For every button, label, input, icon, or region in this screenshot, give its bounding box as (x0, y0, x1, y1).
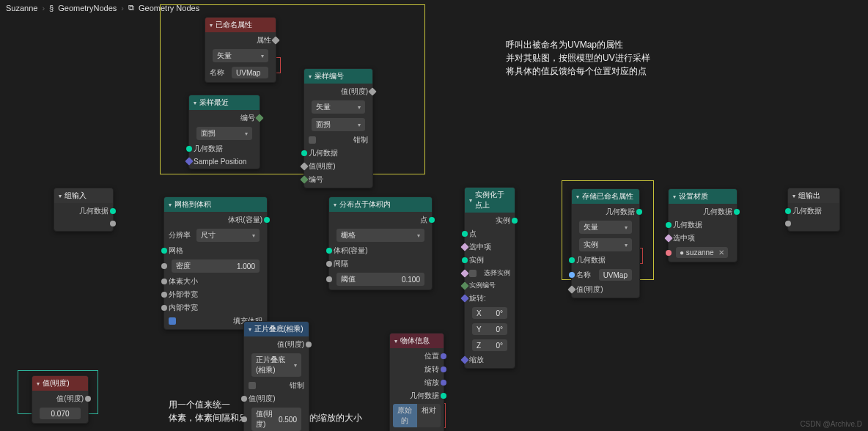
annotation-top: 呼叫出被命名为UVMap的属性 并对其贴图，按照模型的UV进行采样 将具体的值反… (506, 38, 650, 78)
socket-int[interactable] (161, 305, 167, 311)
socket-geometry[interactable] (441, 393, 446, 399)
node-store-named-attribute[interactable]: ▾存储已命名属性 几何数据 矢量▾ 实例▾ 几何数据 名称UVMap 值(明度) (571, 188, 640, 298)
socket-spacing[interactable] (326, 261, 332, 267)
socket-geometry[interactable] (110, 208, 116, 214)
socket-value[interactable] (368, 87, 376, 95)
socket-selection[interactable] (664, 234, 672, 242)
socket-rotation[interactable] (441, 366, 446, 372)
socket-value-b[interactable] (241, 416, 247, 422)
rot-x[interactable]: X0° (472, 307, 507, 319)
socket-density[interactable] (161, 263, 167, 269)
node-sample-nearest[interactable]: ▾采样最近 编号 面拐▾ 几何数据 Sample Position (188, 95, 260, 169)
domain-dropdown[interactable]: 面拐▾ (312, 118, 365, 131)
clear-icon[interactable]: ✕ (718, 248, 724, 257)
chevron-down-icon: ▾ (334, 202, 336, 208)
chevron-down-icon: ▾ (249, 326, 251, 333)
socket-geometry[interactable] (186, 146, 192, 152)
socket-geometry[interactable] (636, 209, 642, 215)
socket-selection[interactable] (460, 243, 468, 251)
socket-value[interactable] (85, 396, 91, 402)
socket-voxel[interactable] (161, 279, 167, 284)
socket-geometry[interactable] (785, 208, 791, 214)
space-tabs[interactable]: 原始的 相对 (393, 404, 441, 427)
chevron-down-icon: ▾ (394, 338, 397, 345)
value-field[interactable]: 0.070 (40, 408, 81, 419)
chevron-down-icon: ▾ (673, 194, 676, 200)
node-instance-on-points[interactable]: ▾实例化于点上 实例 点 选中项 实例 选择实例 实例编号 旋转: X0° Y0… (464, 187, 515, 369)
node-named-attribute[interactable]: ▾已命名属性 属性 矢量▾ 名称UVMap (205, 17, 276, 83)
node-distribute-points[interactable]: ▾分布点于体积内 点 栅格▾ 体积(容量) 间隔 阈值0.100 (328, 196, 433, 290)
socket-index[interactable] (300, 175, 308, 183)
type-dropdown[interactable]: 矢量▾ (312, 100, 365, 114)
socket-geometry[interactable] (734, 209, 740, 215)
threshold-field[interactable]: 阈值0.100 (336, 273, 424, 286)
socket-value[interactable] (300, 162, 308, 170)
chevron-down-icon: ▾ (194, 100, 196, 106)
socket-blank[interactable] (110, 221, 116, 226)
socket-scale[interactable] (441, 380, 446, 386)
chevron-down-icon: ▾ (576, 194, 579, 200)
chevron-down-icon: ▾ (59, 193, 62, 199)
socket-instance[interactable] (462, 257, 468, 263)
socket-value-a[interactable] (241, 396, 247, 402)
socket-geometry[interactable] (301, 150, 307, 156)
mode-dropdown[interactable]: 栅格▾ (336, 229, 424, 242)
socket-points[interactable] (429, 217, 435, 223)
domain-dropdown[interactable]: 面拐▾ (196, 127, 252, 140)
socket-index[interactable] (255, 114, 263, 122)
socket-mesh[interactable] (161, 248, 167, 254)
node-object-info[interactable]: ▾物体信息 位置 旋转 缩放 几何数据 原始的 相对 ■ lego✕ 作为实例 (389, 333, 444, 431)
operation-dropdown[interactable]: 正片叠底(相乘)▾ (251, 353, 301, 377)
name-field[interactable]: UVMap (232, 67, 268, 78)
chevron-down-icon: ▾ (37, 380, 40, 387)
socket-value[interactable] (567, 285, 575, 293)
type-dropdown[interactable]: 矢量▾ (213, 49, 268, 62)
node-editor-canvas[interactable]: 呼叫出被命名为UVMap的属性 并对其贴图，按照模型的UV进行采样 将具体的值反… (0, 0, 868, 431)
socket-attribute[interactable] (271, 36, 279, 44)
node-group-output[interactable]: ▾组输出 几何数据 (787, 188, 840, 232)
clamp-checkbox[interactable] (249, 382, 256, 389)
socket-rotation[interactable] (460, 294, 468, 302)
value-b-field[interactable]: 值(明度)0.500 (251, 408, 301, 431)
rot-y[interactable]: Y0° (472, 323, 507, 335)
watermark: CSDN @Archive.D (800, 420, 862, 428)
rot-z[interactable]: Z0° (472, 339, 507, 351)
chevron-down-icon: ▾ (792, 193, 795, 199)
node-mesh-to-volume[interactable]: ▾网格到体积 体积(容量) 分辨率尺寸▾ 网格 密度1.000 体素大小 外部带… (163, 196, 268, 330)
type-dropdown[interactable]: 矢量▾ (579, 221, 632, 234)
socket-threshold[interactable] (326, 276, 332, 282)
socket-geometry[interactable] (569, 257, 575, 263)
socket-value[interactable] (306, 342, 312, 347)
chevron-down-icon: ▾ (469, 197, 472, 204)
density-field[interactable]: 密度1.000 (172, 259, 260, 273)
socket-position[interactable] (185, 157, 193, 165)
socket-name[interactable] (569, 272, 575, 278)
node-math-multiply[interactable]: ▾正片叠底(相乘) 值(明度) 正片叠底(相乘)▾ 钳制 值(明度) 值(明度)… (243, 321, 309, 431)
socket-material[interactable] (666, 250, 672, 256)
socket-index[interactable] (460, 281, 468, 290)
fill-checkbox[interactable] (169, 317, 176, 325)
socket-pick[interactable] (460, 269, 468, 277)
resolution-dropdown[interactable]: 尺寸▾ (196, 229, 260, 242)
socket-geometry[interactable] (666, 222, 672, 228)
clamp-checkbox[interactable] (309, 136, 316, 144)
socket-blank[interactable] (785, 221, 791, 226)
socket-points[interactable] (462, 231, 468, 237)
material-field[interactable]: ● suzanne✕ (676, 247, 728, 258)
node-group-input[interactable]: ▾组输入 几何数据 (54, 188, 114, 232)
socket-instances[interactable] (512, 218, 518, 224)
chevron-down-icon: ▾ (169, 202, 172, 208)
chevron-down-icon: ▾ (309, 73, 312, 80)
name-field[interactable]: UVMap (599, 269, 632, 281)
chevron-down-icon: ▾ (210, 22, 213, 29)
pick-checkbox[interactable] (469, 270, 477, 277)
node-sample-index[interactable]: ▾采样编号 值(明度) 矢量▾ 面拐▾ 钳制 几何数据 值(明度) 编号 (304, 68, 373, 188)
socket-ext[interactable] (161, 292, 167, 298)
socket-scale[interactable] (460, 356, 468, 364)
node-value[interactable]: ▾值(明度) 值(明度) 0.070 (32, 375, 89, 424)
socket-volume[interactable] (326, 248, 332, 254)
node-set-material[interactable]: ▾设置材质 几何数据 几何数据 选中项 ● suzanne✕ (668, 188, 738, 262)
socket-volume[interactable] (264, 217, 270, 223)
domain-dropdown[interactable]: 实例▾ (579, 238, 632, 251)
socket-location[interactable] (441, 353, 446, 359)
